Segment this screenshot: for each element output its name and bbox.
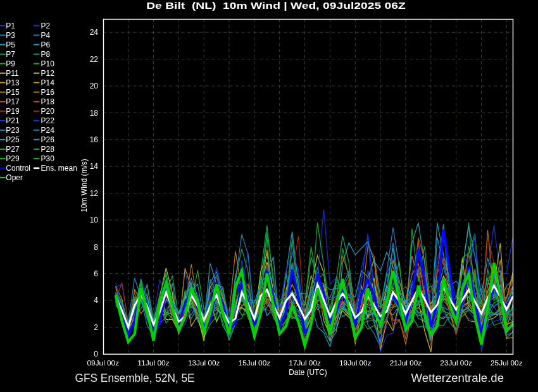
svg-text:23Jul 00z: 23Jul 00z	[440, 359, 472, 367]
svg-text:P23: P23	[6, 126, 20, 135]
svg-text:P19: P19	[6, 107, 20, 116]
svg-text:P22: P22	[41, 116, 55, 125]
svg-text:P18: P18	[41, 97, 55, 106]
svg-text:12: 12	[90, 189, 99, 198]
svg-text:P2: P2	[41, 21, 51, 30]
svg-text:P9: P9	[6, 59, 15, 68]
svg-text:P25: P25	[6, 135, 20, 144]
svg-text:P26: P26	[41, 135, 55, 144]
svg-text:P16: P16	[41, 88, 55, 97]
svg-text:14: 14	[90, 162, 99, 171]
svg-text:P14: P14	[41, 78, 55, 87]
svg-text:Control: Control	[6, 164, 30, 173]
svg-text:0: 0	[94, 350, 98, 358]
svg-text:P13: P13	[6, 78, 20, 87]
svg-text:P5: P5	[6, 40, 15, 49]
svg-text:P3: P3	[6, 31, 15, 40]
svg-text:8: 8	[94, 243, 98, 252]
svg-text:P28: P28	[41, 145, 55, 154]
svg-text:15Jul 00z: 15Jul 00z	[239, 359, 271, 367]
svg-text:Date (UTC): Date (UTC)	[289, 368, 327, 377]
svg-text:13Jul 00z: 13Jul 00z	[188, 359, 220, 367]
svg-text:09Jul 00z: 09Jul 00z	[87, 359, 120, 367]
svg-text:2: 2	[94, 323, 98, 332]
svg-text:17Jul 00z: 17Jul 00z	[289, 359, 321, 367]
svg-text:18: 18	[90, 109, 99, 118]
svg-text:P10: P10	[41, 59, 55, 68]
svg-text:GFS Ensemble, 52N, 5E: GFS Ensemble, 52N, 5E	[75, 371, 195, 384]
svg-text:19Jul 00z: 19Jul 00z	[339, 359, 372, 367]
svg-text:4: 4	[94, 296, 98, 305]
svg-text:P1: P1	[6, 21, 15, 30]
svg-text:16: 16	[90, 135, 99, 144]
svg-text:P27: P27	[6, 145, 20, 154]
svg-text:6: 6	[94, 269, 98, 278]
svg-text:25Jul 00z: 25Jul 00z	[491, 359, 523, 367]
svg-text:P8: P8	[41, 50, 51, 59]
svg-text:De Bilt (NL) 10m Wind | Wed,: De Bilt (NL) 10m Wind | Wed, 09Jul2025 0…	[146, 1, 406, 11]
svg-text:P24: P24	[41, 126, 55, 135]
svg-text:22: 22	[90, 55, 99, 64]
svg-text:10m Wind (m/s): 10m Wind (m/s)	[80, 159, 89, 212]
svg-text:21Jul 00z: 21Jul 00z	[390, 359, 422, 367]
svg-text:P4: P4	[41, 31, 51, 40]
svg-text:P20: P20	[41, 107, 55, 116]
svg-text:P21: P21	[6, 116, 20, 125]
svg-text:P11: P11	[6, 69, 19, 78]
svg-text:Oper: Oper	[6, 173, 23, 182]
svg-text:24: 24	[90, 28, 99, 37]
svg-text:P12: P12	[41, 69, 55, 78]
svg-text:Wetterzentrale.de: Wetterzentrale.de	[411, 372, 504, 384]
svg-text:P6: P6	[41, 40, 51, 49]
svg-text:Ens. mean: Ens. mean	[41, 164, 77, 173]
svg-text:P17: P17	[6, 97, 20, 106]
svg-text:11Jul 00z: 11Jul 00z	[137, 359, 170, 367]
svg-text:P30: P30	[41, 154, 55, 163]
svg-text:20: 20	[90, 82, 99, 90]
svg-text:10: 10	[90, 216, 99, 224]
svg-text:P15: P15	[6, 88, 20, 97]
svg-text:P29: P29	[6, 154, 20, 163]
svg-text:P7: P7	[6, 50, 15, 59]
